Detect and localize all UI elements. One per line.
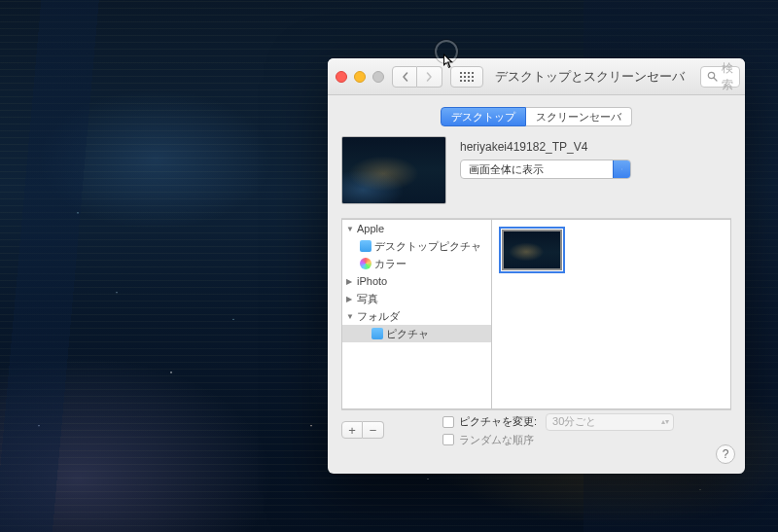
source-desktop-pictures[interactable]: デスクトップピクチャ — [342, 237, 491, 255]
tab-bar: デスクトップ スクリーンセーバ — [328, 95, 745, 136]
change-picture-label: ピクチャを変更: — [459, 414, 537, 429]
fit-mode-value: 画面全体に表示 — [461, 162, 551, 177]
back-button[interactable] — [392, 66, 417, 88]
zoom-button[interactable] — [372, 71, 384, 83]
minimize-button[interactable] — [354, 71, 366, 83]
disclosure-down-icon: ▼ — [346, 312, 354, 321]
random-order-row: ランダムな順序 — [442, 433, 674, 447]
thumbnail-grid[interactable] — [492, 219, 731, 409]
interval-select[interactable]: 30分ごと ▴▾ — [546, 413, 674, 431]
interval-value: 30分ごと — [547, 414, 602, 429]
source-apple[interactable]: ▼ Apple — [342, 220, 491, 237]
chevron-right-icon — [426, 72, 433, 82]
source-folders[interactable]: ▼ フォルダ — [342, 307, 491, 325]
updown-icon — [613, 160, 630, 178]
remove-folder-button[interactable]: − — [363, 421, 384, 439]
disclosure-down-icon: ▼ — [346, 225, 354, 233]
traffic-lights — [336, 71, 384, 83]
search-placeholder: 検索 — [722, 60, 733, 93]
disclosure-right-icon: ▶ — [346, 295, 354, 303]
tab-desktop[interactable]: デスクトップ — [441, 107, 526, 126]
show-all-button[interactable] — [450, 66, 483, 88]
tab-screensaver[interactable]: スクリーンセーバ — [526, 107, 632, 126]
search-icon — [707, 71, 718, 82]
nav-back-forward — [392, 66, 442, 88]
color-wheel-icon — [360, 258, 371, 269]
window-title: デスクトップとスクリーンセーバ — [495, 68, 685, 86]
svg-line-1 — [714, 78, 717, 81]
change-picture-checkbox[interactable] — [442, 416, 454, 428]
footer-bar: + − ピクチャを変更: 30分ごと ▴▾ ランダムな順序 — [328, 410, 745, 449]
preview-area: heriyakei419182_TP_V4 画面全体に表示 — [328, 136, 745, 218]
random-order-label: ランダムな順序 — [459, 433, 534, 447]
search-input[interactable]: 検索 — [700, 66, 740, 88]
close-button[interactable] — [336, 71, 347, 83]
disclosure-right-icon: ▶ — [346, 277, 354, 286]
forward-button[interactable] — [417, 66, 442, 88]
current-wallpaper-preview — [341, 136, 446, 204]
add-remove-buttons: + − — [341, 421, 384, 439]
system-preferences-window: デスクトップとスクリーンセーバ 検索 デスクトップ スクリーンセーバ heriy… — [328, 58, 745, 474]
folder-icon — [371, 328, 383, 339]
content-split: ▼ Apple デスクトップピクチャ カラー ▶ iPhoto ▶ 写真 ▼ フ — [341, 218, 731, 410]
source-pictures-folder[interactable]: ピクチャ — [342, 325, 491, 342]
change-picture-row: ピクチャを変更: 30分ごと ▴▾ — [442, 413, 674, 431]
updown-icon: ▴▾ — [657, 417, 673, 426]
wallpaper-filename: heriyakei419182_TP_V4 — [460, 140, 631, 154]
source-list[interactable]: ▼ Apple デスクトップピクチャ カラー ▶ iPhoto ▶ 写真 ▼ フ — [341, 219, 492, 409]
fit-mode-select[interactable]: 画面全体に表示 — [460, 160, 631, 179]
grid-icon — [460, 72, 474, 82]
source-colors[interactable]: カラー — [342, 255, 491, 272]
folder-icon — [360, 240, 371, 252]
wallpaper-thumbnail[interactable] — [502, 230, 562, 270]
titlebar: デスクトップとスクリーンセーバ 検索 — [328, 58, 745, 95]
source-iphoto[interactable]: ▶ iPhoto — [342, 272, 491, 290]
source-photos[interactable]: ▶ 写真 — [342, 290, 491, 307]
random-order-checkbox[interactable] — [442, 434, 454, 445]
chevron-left-icon — [402, 72, 408, 82]
add-folder-button[interactable]: + — [341, 421, 363, 439]
help-button[interactable]: ? — [716, 444, 735, 464]
